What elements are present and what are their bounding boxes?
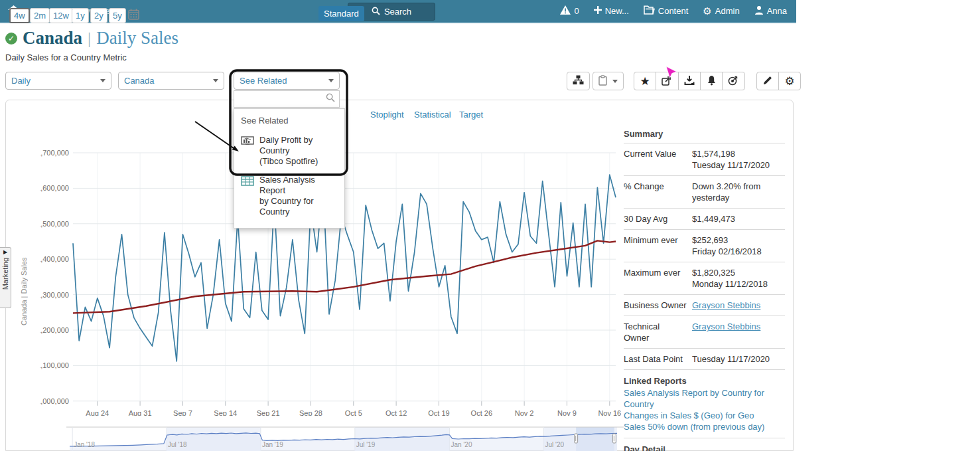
summary-row-current-value: Current Value $1,574,198Tuesday 11/17/20…: [624, 143, 785, 176]
new-button[interactable]: New...: [594, 6, 629, 16]
chevron-down-icon: [328, 79, 334, 82]
day-detail-section: Day Detail Daily Profit by Country (Tibc…: [624, 444, 785, 451]
table-report-icon: [241, 176, 254, 189]
content-button[interactable]: Content: [644, 5, 689, 17]
favorite-button[interactable]: ★: [634, 72, 656, 90]
navigator-tick-label: Jan '20: [451, 441, 472, 448]
y-axis-tick-label: $1,200,000: [40, 326, 69, 334]
moving-average-line[interactable]: [73, 240, 616, 313]
sitemap-icon: [573, 75, 584, 87]
copy-dropdown-button[interactable]: [593, 72, 624, 90]
related-item-sales-analysis[interactable]: Sales Analysis Reportby Country for Coun…: [234, 171, 344, 221]
linked-reports-title: Linked Reports: [624, 376, 785, 386]
calendar-icon[interactable]: [128, 9, 139, 23]
page-title-dimension: Canada: [23, 28, 82, 48]
sidebar-flyout-tab-marketing[interactable]: ▶ Marketing: [0, 247, 11, 308]
y-axis-tick-label: $1,500,000: [40, 220, 69, 228]
settings-button[interactable]: ⚙: [778, 72, 801, 90]
tab-statistical[interactable]: Statistical: [414, 110, 451, 120]
x-axis-tick-label: Oct 26: [471, 409, 492, 416]
x-axis-tick-label: Nov 9: [557, 409, 577, 416]
clipboard-icon: [598, 75, 607, 88]
user-menu[interactable]: Anna: [754, 5, 787, 17]
chevron-down-icon: [213, 79, 218, 82]
folder-icon: [644, 5, 655, 17]
navigator-tick-label: Jan '19: [262, 441, 283, 448]
page-title-metric: Daily Sales: [96, 28, 178, 48]
range-2y-button[interactable]: 2y: [90, 8, 107, 23]
download-icon: [684, 75, 695, 88]
linked-report-link[interactable]: Sales Analysis Report by Country for Cou…: [624, 388, 764, 409]
summary-row-technical-owner: Technical Owner Grayson Stebbins: [624, 316, 785, 349]
chart-report-icon: [241, 136, 254, 149]
x-axis-tick-label: Oct 5: [345, 409, 362, 416]
linked-reports-section: Linked Reports Sales Analysis Report by …: [624, 376, 785, 438]
navigator-chart[interactable]: Jan '18Jul '18Jan '19Jul '19Jan '20Jul '…: [66, 425, 624, 451]
share-icon: [662, 75, 673, 88]
certified-check-icon: ✓: [5, 33, 17, 45]
navigator-tick-label: Jul '20: [545, 441, 564, 448]
y-axis-tick-label: $1,000,000: [40, 397, 69, 405]
chevron-down-icon: [612, 80, 618, 83]
star-icon: ★: [640, 74, 650, 88]
summary-panel: Summary Current Value $1,574,198Tuesday …: [624, 129, 785, 451]
target-button[interactable]: [722, 72, 745, 90]
alerts-count: 0: [574, 6, 579, 16]
x-axis-tick-label: Oct 19: [428, 409, 449, 416]
page-subtitle: Daily Sales for a Country Metric: [5, 52, 178, 62]
navigator-area: [70, 433, 617, 451]
country-select[interactable]: Canada: [118, 72, 224, 90]
range-12w-button[interactable]: 12w: [49, 8, 73, 23]
linked-report-link[interactable]: Sales 50% down (from previous day): [624, 422, 764, 432]
x-axis-tick-label: Oct 12: [385, 409, 407, 416]
chevron-down-icon: [100, 79, 105, 82]
search-icon: [326, 93, 335, 105]
x-axis-tick-label: Sep 21: [257, 409, 280, 416]
user-icon: [754, 5, 764, 17]
range-1y-button[interactable]: 1y: [72, 8, 89, 23]
related-search-input[interactable]: [234, 90, 340, 108]
admin-button[interactable]: ⚙ Admin: [703, 6, 739, 16]
day-detail-title: Day Detail: [624, 444, 785, 451]
technical-owner-link[interactable]: Grayson Stebbins: [692, 321, 760, 331]
gear-icon: ⚙: [784, 76, 794, 87]
navigator-handle[interactable]: [575, 434, 578, 443]
alert-bell-button[interactable]: [700, 72, 723, 90]
download-button[interactable]: [678, 72, 701, 90]
linked-report-link[interactable]: Changes in Sales $ (Geo) for Geo: [624, 410, 754, 420]
y-axis-tick-label: $1,300,000: [40, 291, 69, 299]
plus-icon: [594, 6, 602, 16]
lineage-button[interactable]: [567, 72, 590, 90]
x-axis-tick-label: Sep 7: [173, 409, 192, 416]
x-axis-tick-label: Nov 2: [515, 409, 534, 416]
alerts-button[interactable]: 0: [560, 5, 579, 17]
summary-row-last-data-point: Last Data Point Tuesday 11/17/2020: [624, 349, 785, 370]
tab-stoplight[interactable]: Stoplight: [370, 110, 404, 120]
x-axis-tick-label: Nov 16: [598, 409, 621, 416]
business-owner-link[interactable]: Grayson Stebbins: [692, 300, 760, 310]
related-item-daily-profit[interactable]: Daily Profit by Country(Tibco Spotfire): [234, 131, 344, 171]
interval-select[interactable]: Daily: [5, 72, 111, 90]
navigator-handle[interactable]: [612, 434, 616, 443]
bell-icon: [707, 75, 717, 88]
edit-button[interactable]: [756, 72, 779, 90]
range-2m-button[interactable]: 2m: [30, 8, 50, 23]
summary-row-percent-change: % Change Down 3.20% from yesterday: [624, 176, 785, 209]
y-axis-title: Canada | Daily Sales: [20, 232, 28, 325]
tab-target[interactable]: Target: [459, 110, 483, 120]
see-related-select[interactable]: See Related: [234, 72, 340, 90]
gear-icon: ⚙: [703, 6, 711, 16]
range-5y-button[interactable]: 5y: [109, 8, 126, 23]
x-axis-tick-label: Aug 24: [86, 409, 109, 416]
summary-title: Summary: [624, 129, 785, 143]
tab-standard[interactable]: Standard: [318, 6, 364, 21]
share-button[interactable]: [656, 72, 679, 90]
x-axis-tick-label: Sep 28: [299, 409, 322, 416]
related-dropdown-header: See Related: [234, 114, 344, 131]
range-4w-button[interactable]: 4w: [9, 8, 30, 23]
summary-row-maximum: Maximum ever $1,820,325Monday 11/12/2018: [624, 262, 785, 295]
navigator-tick-label: Jul '18: [168, 441, 187, 448]
y-axis-tick-label: $1,600,000: [40, 184, 69, 192]
related-dropdown-panel: See Related Daily Profit by Country(Tibc…: [234, 108, 345, 228]
y-axis-tick-label: $1,100,000: [40, 361, 69, 369]
